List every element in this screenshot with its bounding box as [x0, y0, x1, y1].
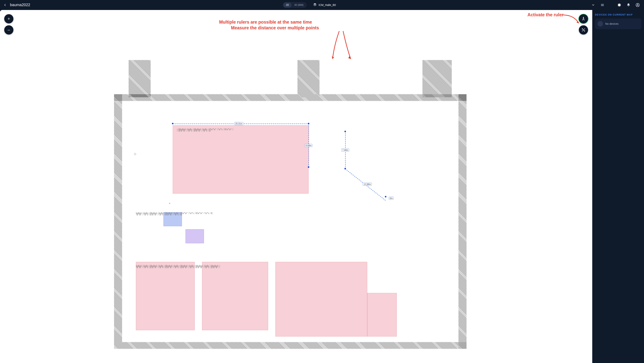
zoom-in-button[interactable]: +	[4, 14, 14, 24]
ruler-point[interactable]	[344, 131, 346, 132]
annotation-measure-multipoint: Measure the distance over multiple point…	[231, 25, 319, 31]
wall	[128, 60, 151, 97]
scan-noise: ░▒▓▚▞▚▞░▒▚▞▚░▒▓▚▞▚▞░▒▚▞▚░▒▓▚▞▚▞░▒▚▞▚░▒▓▚…	[176, 128, 305, 191]
wall	[298, 60, 320, 97]
map-canvas[interactable]: + – Activate the ruler Multiple rulers a…	[0, 10, 592, 363]
ruler-point[interactable]	[385, 196, 386, 197]
back-button[interactable]	[2, 2, 8, 8]
view-mode-2d[interactable]: 2D	[283, 3, 292, 8]
device-status-dot	[598, 21, 603, 27]
floor-plan: ▚▞▚▞░▒▚▞▚░▒▓▚▞▚▞░▒▚▞▚░▒▓▚▞▚▞░▒▚▞▚░▒▓▚▞▚▞…	[106, 38, 474, 349]
scan-noise: ▚▞▚▞░▒▚▞▚░▒▓▚▞▚▞░▒▚▞▚░▒▓▚▞▚▞░▒▚▞▚░▒▓▚▞▚▞…	[136, 212, 305, 243]
ruler-label: 12.98m	[363, 183, 372, 186]
devices-empty-text: No devices	[605, 22, 618, 25]
zoom-out-button[interactable]: –	[4, 25, 14, 35]
annotation-activate-ruler: Activate the ruler	[528, 12, 564, 18]
wall	[458, 94, 466, 349]
sidebar-title: DEVICES ON CURRENT MAP	[595, 14, 641, 16]
menu-button[interactable]	[600, 2, 605, 8]
map-selector[interactable]: ICM_Halle_B0	[311, 2, 338, 8]
ruler-point[interactable]	[308, 166, 309, 168]
sidebar: DEVICES ON CURRENT MAP No devices	[592, 10, 644, 363]
ruler-label: 8.66m	[305, 144, 312, 147]
wall	[114, 94, 122, 349]
expand-dropdown-button[interactable]	[590, 2, 596, 8]
scan-noise: ▚▞▚▞░▒▚▞▚░▒▓▚▞▚▞░▒▚▞▚░▒▓▚▞▚▞░▒▚▞▚░▒▓▚▞▚▞…	[136, 265, 364, 333]
ruler-point[interactable]	[172, 123, 174, 124]
annotation-arrow-icon	[562, 13, 581, 26]
project-title: bauma2022	[10, 3, 30, 7]
annotation-multiple-rulers: Multiple rulers are possible at the same…	[219, 20, 312, 25]
design-tools-button[interactable]	[579, 25, 588, 35]
wall	[422, 60, 452, 97]
annotation-arrow-icon	[332, 30, 354, 63]
svg-point-4	[637, 4, 638, 5]
ruler-label: 0m	[389, 197, 394, 200]
top-bar: bauma2022 2D 3D (BIM) ICM_Halle_B0	[0, 0, 644, 10]
ruler-point[interactable]	[344, 168, 346, 169]
ruler-label: 7.48m	[341, 149, 349, 152]
wall	[114, 94, 466, 101]
marker-yellow-dot	[169, 203, 170, 204]
layers-icon	[313, 3, 317, 7]
ruler-tool-button[interactable]	[579, 14, 588, 24]
brand-logo-icon	[616, 2, 622, 8]
devices-empty-card: No devices	[595, 19, 641, 29]
ruler-point[interactable]	[308, 123, 309, 124]
view-mode-3d[interactable]: 3D (BIM)	[292, 3, 306, 8]
zone-overlay	[367, 293, 396, 336]
ruler-label: 25.31m	[234, 122, 244, 125]
view-mode-toggle: 2D 3D (BIM)	[283, 2, 307, 8]
wall	[114, 342, 466, 349]
marker-ring	[134, 153, 136, 155]
notifications-button[interactable]	[626, 2, 631, 8]
account-button[interactable]	[635, 2, 640, 8]
map-name: ICM_Halle_B0	[318, 4, 336, 7]
